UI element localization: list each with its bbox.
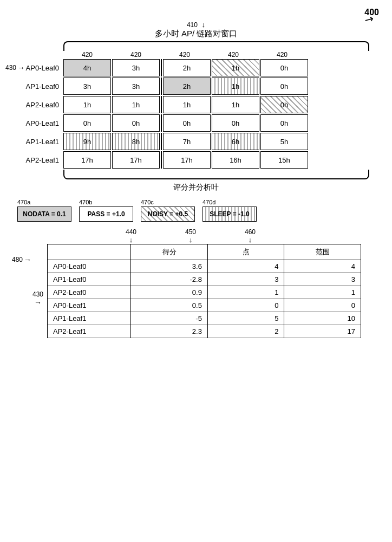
- table-header-score: 得分: [131, 244, 208, 260]
- cell-3-4: 0h: [260, 114, 308, 132]
- top-bracket: [63, 41, 369, 51]
- badge-470a: NODATA = 0.1: [17, 207, 71, 222]
- grid-row-3: AP0-Leaf1 0h 0h 0h 0h 0h: [12, 114, 380, 132]
- result-table-area: 480 → 440 450 460 ↓ ↓ ↓ 430 →: [17, 228, 380, 338]
- col-ann-460: 460: [220, 228, 280, 236]
- label-430-table: 430 →: [32, 291, 43, 307]
- cell-5-1: 17h: [112, 151, 160, 169]
- col-separator-5: [161, 151, 162, 169]
- table-cell-points-0: 4: [207, 260, 284, 273]
- label-470c-num: 470c: [141, 199, 154, 205]
- cell-3-2: 0h: [163, 114, 211, 132]
- cell-0-2: 2h: [163, 59, 211, 76]
- table-header-range: 范围: [284, 244, 361, 260]
- col-separator-0: [161, 59, 162, 76]
- bottom-title: 评分并分析叶: [12, 183, 380, 192]
- cell-2-2: 1h: [163, 96, 211, 113]
- cell-1-0: 3h: [63, 78, 111, 95]
- cell-1-4: 0h: [260, 78, 308, 95]
- table-cell-label-3: AP0-Leaf1: [48, 299, 131, 312]
- cell-1-1: 3h: [112, 78, 160, 95]
- table-col-annotations: 440 450 460: [101, 228, 380, 236]
- grid-row-1: AP1-Leaf0 3h 3h 2h 1h 0h: [12, 78, 380, 95]
- table-cell-points-4: 5: [207, 312, 284, 325]
- cell-1-3: 1h: [212, 78, 259, 95]
- grid-row-4: AP1-Leaf1 9h 8h 7h 6h 5h: [12, 133, 380, 150]
- result-table: 得分 点 范围 AP0-Leaf0 3.6 4 4 AP1-Leaf0 -2.8: [47, 244, 361, 338]
- table-cell-label-5: AP2-Leaf1: [48, 325, 131, 338]
- row-label-1: AP1-Leaf0: [12, 82, 63, 91]
- score-item-470b: 470b PASS = +1.0: [79, 199, 133, 222]
- col-separator-2: [161, 96, 162, 113]
- table-cell-range-0: 4: [284, 260, 361, 273]
- table-cell-label-1: AP1-Leaf0: [48, 273, 131, 286]
- cell-0-0: 4h: [63, 59, 111, 76]
- col-separator-3: [161, 114, 162, 132]
- table-row-5: AP2-Leaf1 2.3 2 17: [48, 325, 361, 338]
- col-header-420-3: 420: [161, 51, 208, 59]
- table-cell-label-2: AP2-Leaf0: [48, 286, 131, 299]
- row-label-3: AP0-Leaf1: [12, 119, 63, 127]
- col-header-420-4: 420: [210, 51, 257, 59]
- page: 400 ↙ 410 ↓ 多小时 AP/ 链路对窗口 420 420 420 42…: [0, 0, 392, 542]
- table-cell-label-0: AP0-Leaf0: [48, 260, 131, 273]
- cell-4-0: 9h: [63, 133, 111, 150]
- cell-5-4: 15h: [260, 151, 308, 169]
- table-cell-score-0: 3.6: [131, 260, 208, 273]
- cell-4-4: 5h: [260, 133, 308, 150]
- table-cell-score-1: -2.8: [131, 273, 208, 286]
- col-ann-440: 440: [101, 228, 161, 236]
- table-cell-score-4: -5: [131, 312, 208, 325]
- section-title-410: 多小时 AP/ 链路对窗口: [11, 29, 381, 39]
- table-cell-range-2: 1: [284, 286, 361, 299]
- cell-0-4: 0h: [260, 59, 308, 76]
- table-cell-score-2: 0.9: [131, 286, 208, 299]
- table-col-arrows: ↓ ↓ ↓: [101, 236, 380, 244]
- cell-3-1: 0h: [112, 114, 160, 132]
- cell-3-3: 0h: [212, 114, 259, 132]
- table-row-4: AP1-Leaf1 -5 5 10: [48, 312, 361, 325]
- label-470b-num: 470b: [79, 199, 92, 205]
- bottom-bracket: [63, 170, 369, 179]
- label-430-top: 430 →: [5, 63, 25, 72]
- label-410-num: 410: [187, 21, 198, 29]
- badge-470c: NOISY = +0.5: [141, 207, 195, 222]
- cell-4-2: 7h: [163, 133, 211, 150]
- grid-area: 430 → AP0-Leaf0 4h 3h 2h 1h 0h AP1-Leaf0…: [12, 59, 380, 169]
- score-badges-row: 470a NODATA = 0.1 470b PASS = +1.0 470c …: [17, 199, 380, 222]
- cell-4-1: 8h: [112, 133, 160, 150]
- cell-5-2: 17h: [163, 151, 211, 169]
- cell-4-3: 6h: [212, 133, 259, 150]
- cell-5-3: 16h: [212, 151, 259, 169]
- arrow-down-410: ↓: [202, 21, 206, 29]
- table-row-3: AP0-Leaf1 0.5 0 0: [48, 299, 361, 312]
- table-cell-label-4: AP1-Leaf1: [48, 312, 131, 325]
- label-470d-num: 470d: [202, 199, 215, 205]
- col-header-420-1: 420: [63, 51, 111, 59]
- score-item-470d: 470d SLEEP = -1.0: [202, 199, 257, 222]
- col-header-420-2: 420: [112, 51, 160, 59]
- table-cell-range-4: 10: [284, 312, 361, 325]
- cell-1-2: 2h: [163, 78, 211, 95]
- table-cell-points-1: 3: [207, 273, 284, 286]
- badge-470b: PASS = +1.0: [79, 207, 133, 222]
- table-cell-score-5: 2.3: [131, 325, 208, 338]
- table-header-points: 点: [207, 244, 284, 260]
- cell-0-3: 1h: [212, 59, 259, 76]
- label-480: 480 →: [12, 255, 31, 264]
- badge-470d: SLEEP = -1.0: [202, 207, 257, 222]
- row-label-4: AP1-Leaf1: [12, 138, 63, 146]
- table-cell-range-1: 3: [284, 273, 361, 286]
- table-cell-range-3: 0: [284, 299, 361, 312]
- table-cell-points-3: 0: [207, 299, 284, 312]
- col-420-headers: 420 420 420 420 420: [63, 51, 380, 59]
- row-label-5: AP2-Leaf1: [12, 156, 63, 164]
- cell-2-4: 0h: [260, 96, 308, 113]
- cell-5-0: 17h: [63, 151, 111, 169]
- col-separator-1: [161, 78, 162, 95]
- col-ann-450: 450: [161, 228, 220, 236]
- cell-0-1: 3h: [112, 59, 160, 76]
- table-row-2: AP2-Leaf0 0.9 1 1: [48, 286, 361, 299]
- table-header-0: [48, 244, 131, 260]
- score-item-470c: 470c NOISY = +0.5: [141, 199, 195, 222]
